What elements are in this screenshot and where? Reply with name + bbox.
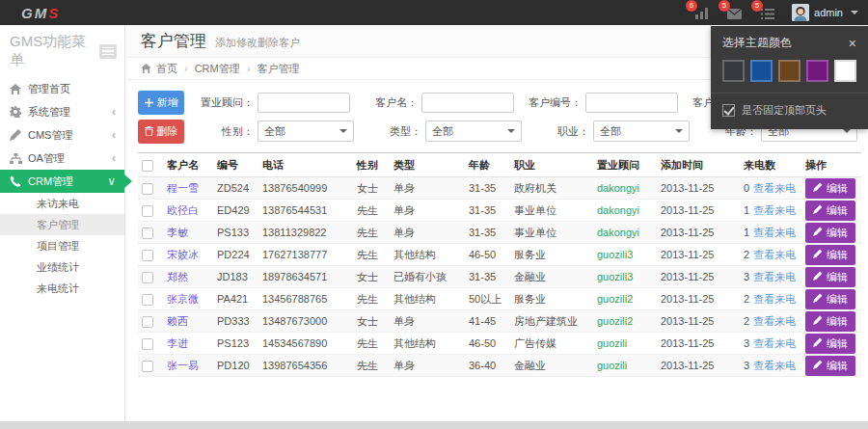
edit-button[interactable]: 编辑: [805, 245, 855, 265]
edit-button[interactable]: 编辑: [805, 223, 855, 243]
select-all-checkbox[interactable]: [142, 160, 153, 172]
edit-button[interactable]: 编辑: [805, 267, 855, 287]
view-calls-link[interactable]: 查看来电: [753, 337, 796, 349]
customer-name-link[interactable]: 李敏: [167, 227, 188, 238]
theme-swatch-dark[interactable]: [722, 60, 745, 82]
edit-button[interactable]: 编辑: [805, 334, 855, 354]
theme-swatch-blue[interactable]: [750, 60, 773, 82]
theme-swatch-white[interactable]: [834, 60, 856, 82]
chevron-down-icon: [851, 11, 858, 14]
calls-count: 2: [744, 315, 749, 327]
user-menu[interactable]: admin: [792, 4, 858, 21]
row-checkbox[interactable]: [142, 205, 153, 217]
hamburger-icon[interactable]: [99, 44, 117, 59]
customer-name-link[interactable]: 赖西: [167, 315, 188, 327]
col-header-age: 年龄: [465, 153, 510, 177]
view-calls-link[interactable]: 查看来电: [753, 227, 796, 238]
edit-button-label: 编辑: [827, 292, 848, 307]
customer-name-link[interactable]: 郑然: [167, 271, 188, 282]
sidebar-item-crm[interactable]: CRM管理 ∨: [0, 170, 124, 193]
page-subtitle: 添加修改删除客户: [215, 36, 300, 50]
customer-name-link[interactable]: 李进: [167, 337, 188, 349]
customer-age: 46-50: [465, 244, 510, 266]
row-checkbox[interactable]: [142, 183, 153, 195]
notifications-tasks-button[interactable]: 5: [759, 6, 774, 19]
customer-gender: 女士: [353, 177, 390, 200]
customer-gender: 先生: [353, 355, 390, 377]
calls-count: 1: [744, 204, 749, 216]
sidebar-subitem-call-stats[interactable]: 来电统计: [0, 278, 124, 299]
agent-link[interactable]: guozili3: [597, 249, 633, 260]
view-calls-link[interactable]: 查看来电: [753, 271, 796, 282]
view-calls-link[interactable]: 查看来电: [753, 182, 796, 194]
type-filter-select[interactable]: 全部: [425, 121, 522, 142]
customer-name-link[interactable]: 欧径白: [167, 204, 199, 216]
fix-header-checkbox[interactable]: [722, 104, 735, 117]
job-filter-select[interactable]: 全部: [593, 121, 690, 142]
sidebar-item-home[interactable]: 管理首页: [0, 77, 124, 100]
customer-code: PA421: [213, 288, 258, 310]
close-icon[interactable]: ×: [849, 38, 856, 49]
type-filter-label: 类型：: [366, 124, 421, 139]
edit-button[interactable]: 编辑: [805, 356, 855, 376]
sidebar-subitem-project-mgmt[interactable]: 项目管理: [0, 235, 124, 256]
row-checkbox[interactable]: [142, 294, 153, 306]
sidebar-item-oa[interactable]: OA管理 ‹: [0, 147, 124, 170]
breadcrumb-crm[interactable]: CRM管理: [195, 62, 240, 76]
sidebar-item-label: CRM管理: [28, 174, 73, 189]
agent-filter-label: 置业顾问：: [198, 95, 254, 110]
row-checkbox[interactable]: [142, 272, 153, 283]
plus-icon: [145, 97, 153, 109]
agent-link[interactable]: dakongyi: [597, 182, 639, 194]
sidebar-item-system[interactable]: 系统管理 ‹: [0, 100, 124, 123]
agent-link[interactable]: dakongyi: [597, 204, 639, 216]
agent-link[interactable]: dakongyi: [597, 227, 639, 238]
calls-count: 1: [744, 227, 749, 238]
row-checkbox[interactable]: [142, 316, 153, 328]
edit-button[interactable]: 编辑: [805, 201, 855, 221]
edit-button[interactable]: 编辑: [805, 289, 855, 309]
agent-link[interactable]: guozili: [597, 337, 627, 349]
customer-name-link[interactable]: 程一雪: [167, 182, 199, 194]
row-checkbox[interactable]: [142, 250, 153, 261]
edit-button-label: 编辑: [827, 248, 848, 262]
customer-code-filter-input[interactable]: [585, 93, 678, 113]
notifications-mail-button[interactable]: 5: [726, 6, 742, 19]
customer-phone: 13876544531: [258, 200, 353, 222]
agent-link[interactable]: guozili2: [597, 293, 633, 305]
delete-button[interactable]: 删除: [138, 120, 184, 144]
edit-button[interactable]: 编辑: [805, 178, 855, 199]
sidebar-subitem-performance-stats[interactable]: 业绩统计: [0, 256, 124, 278]
row-checkbox[interactable]: [142, 228, 153, 239]
theme-swatch-purple[interactable]: [806, 60, 828, 82]
row-checkbox[interactable]: [142, 338, 153, 350]
theme-swatch-brown[interactable]: [778, 60, 800, 82]
notifications-stats-button[interactable]: 6: [693, 6, 709, 19]
view-calls-link[interactable]: 查看来电: [753, 315, 796, 327]
edit-button[interactable]: 编辑: [805, 311, 855, 332]
view-calls-link[interactable]: 查看来电: [753, 204, 796, 216]
view-calls-link[interactable]: 查看来电: [753, 360, 796, 371]
gender-filter-select[interactable]: 全部: [258, 121, 354, 142]
agent-link[interactable]: guozili3: [597, 271, 633, 282]
row-checkbox[interactable]: [142, 361, 153, 372]
breadcrumb-home[interactable]: 首页: [156, 62, 177, 76]
sidebar-subitem-visit-calls[interactable]: 来访来电: [0, 193, 124, 214]
add-button[interactable]: 新增: [138, 91, 184, 115]
agent-link[interactable]: guozili: [597, 360, 627, 371]
customer-name-filter-input[interactable]: [421, 93, 514, 113]
agent-link[interactable]: guozili2: [597, 315, 633, 327]
delete-button-label: 删除: [157, 124, 178, 139]
toolbar: 新增 删除: [138, 91, 186, 144]
customer-job: 服务业: [510, 244, 593, 266]
pencil-icon: [813, 271, 823, 282]
theme-swatches: [722, 60, 856, 82]
view-calls-link[interactable]: 查看来电: [753, 249, 796, 260]
sidebar-item-cms[interactable]: CMS管理 ‹: [0, 123, 124, 147]
customer-name-link[interactable]: 张京微: [167, 293, 199, 305]
sidebar-subitem-customer-mgmt[interactable]: 客户管理: [0, 214, 124, 235]
customer-name-link[interactable]: 宋姣冰: [167, 249, 199, 260]
agent-filter-input[interactable]: [258, 93, 350, 113]
view-calls-link[interactable]: 查看来电: [753, 293, 796, 305]
customer-name-link[interactable]: 张一易: [167, 360, 199, 371]
